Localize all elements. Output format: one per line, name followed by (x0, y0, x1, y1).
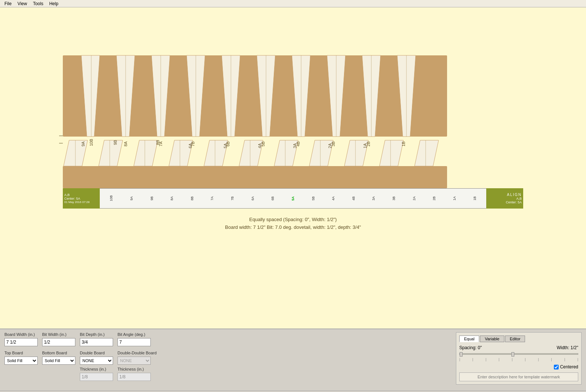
svg-text:1B: 1B (401, 141, 406, 146)
bit-width-group: Bit Width (in.) (42, 332, 75, 346)
spacing-width-row: Spacing: 0" Width: 1/2" (459, 345, 578, 350)
thickness-input-1 (80, 373, 113, 381)
status-bar: Fit: Max gap = 0.002" Max overlap = 0.00… (0, 391, 586, 392)
menu-help[interactable]: Help (46, 0, 61, 7)
svg-text:6A: 6A (188, 143, 193, 148)
main-canvas: .tail-top { fill: #f5f0e0; stroke: #c8a0… (0, 7, 586, 329)
double-board-group: Double Board NONE Top Bottom Thickness (… (80, 351, 113, 381)
board-strip-center: 10B 9A 9B 8A 8B 7A 7B 6A 6B 5A 5B 4A 4B … (100, 188, 486, 209)
description-text: Equally spaced (Spacing: 0", Width: 1/2"… (0, 216, 586, 231)
bit-depth-label: Bit Depth (in.) (80, 332, 113, 337)
bottom-panel: Board Width (in.) Bit Width (in.) Bit De… (0, 329, 586, 392)
svg-marker-24 (99, 140, 123, 166)
thickness-label-2: Thickness (in.) (117, 367, 157, 371)
dovetail-svg: .tail-top { fill: #f5f0e0; stroke: #c8a0… (59, 52, 451, 192)
menu-file[interactable]: File (1, 0, 14, 7)
width-label: Width: 1/2" (557, 345, 578, 350)
board-strip-left-label: A,B Center: 5A 01 May 2016 07:28 (63, 188, 100, 209)
svg-text:9A: 9A (81, 141, 85, 147)
menu-view[interactable]: View (14, 0, 30, 7)
thickness-input-2 (117, 373, 151, 381)
tab-editor[interactable]: Editor (505, 336, 525, 342)
bottom-board-label: Bottom Board (42, 351, 75, 355)
top-board-select[interactable]: Solid Fill None (4, 357, 38, 365)
bit-depth-input[interactable] (80, 338, 113, 346)
double-double-board-select[interactable]: NONE (117, 357, 151, 365)
spacing-slider-container: |||||||||| (459, 353, 578, 361)
bit-angle-group: Bit Angle (deg.) (117, 332, 151, 346)
svg-marker-40 (379, 140, 403, 166)
bit-width-label: Bit Width (in.) (42, 332, 75, 337)
svg-text:1A: 1A (363, 143, 367, 148)
board-strip-right-label: ALIGN A,B Center: 5A (486, 188, 523, 209)
thickness-label-1: Thickness (in.) (80, 367, 113, 371)
centered-checkbox[interactable] (554, 365, 559, 369)
svg-text:5A: 5A (223, 143, 228, 148)
svg-rect-1 (63, 166, 447, 188)
double-double-board-label: Double-Double Board (117, 351, 157, 355)
menu-tools[interactable]: Tools (30, 0, 46, 7)
right-panel: Equal Variable Editor Spacing: 0" Width:… (456, 332, 582, 385)
tab-row: Equal Variable Editor (459, 336, 578, 342)
bottom-board-select[interactable]: Solid Fill None (42, 357, 75, 365)
svg-text:2A: 2A (328, 143, 332, 148)
centered-label: Centered (560, 364, 578, 369)
double-board-select[interactable]: NONE Top Bottom (80, 357, 113, 365)
bottom-board-group: Bottom Board Solid Fill None (42, 351, 75, 381)
tab-variable[interactable]: Variable (480, 336, 504, 342)
spacing-label: Spacing: 0" (459, 345, 482, 350)
top-board-label: Top Board (4, 351, 38, 355)
double-double-board-group: Double-Double Board NONE Thickness (in.) (117, 351, 157, 381)
bit-angle-input[interactable] (117, 338, 151, 346)
bit-depth-group: Bit Depth (in.) (80, 332, 113, 346)
tab-equal[interactable]: Equal (459, 336, 479, 342)
svg-marker-42 (415, 140, 439, 166)
spacing-slider-track (459, 353, 578, 355)
top-board-group: Top Board Solid Fill None (4, 351, 38, 381)
centered-row: Centered (459, 364, 578, 369)
bit-angle-label: Bit Angle (deg.) (117, 332, 151, 337)
svg-text:3A: 3A (293, 143, 297, 148)
svg-text:7A: 7A (159, 141, 163, 147)
spacing-slider-thumb-right[interactable] (511, 352, 514, 357)
svg-text:10B: 10B (89, 139, 93, 146)
svg-text:9B: 9B (113, 140, 117, 145)
board-width-label: Board Width (in.) (4, 332, 38, 337)
svg-text:8A: 8A (123, 141, 128, 147)
svg-marker-26 (134, 140, 158, 166)
double-board-label: Double Board (80, 351, 113, 355)
board-width-group: Board Width (in.) (4, 332, 38, 346)
watermark-input[interactable] (459, 372, 578, 381)
bit-width-input[interactable] (42, 338, 75, 346)
menubar: File View Tools Help (0, 0, 586, 7)
svg-text:4A: 4A (258, 143, 262, 148)
spacing-slider-thumb-left[interactable] (460, 352, 463, 357)
board-width-input[interactable] (4, 338, 38, 346)
